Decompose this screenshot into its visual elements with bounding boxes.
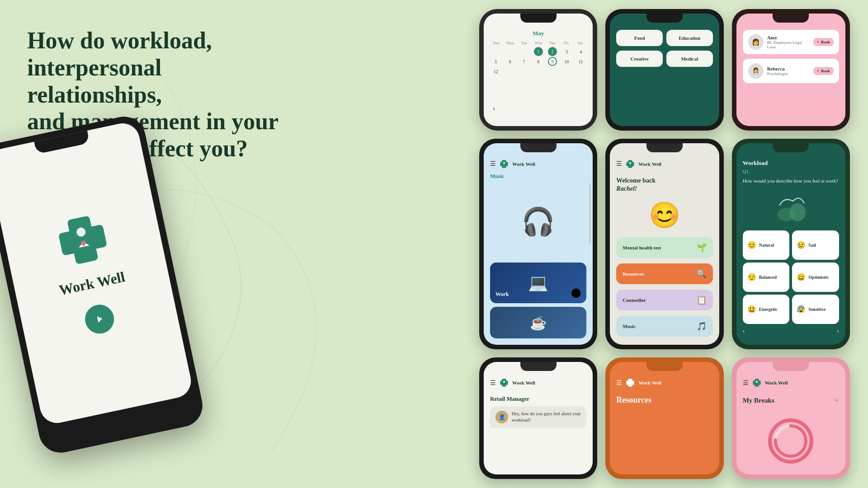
counsellor-avatar-amy: 👩 xyxy=(748,34,764,50)
counsellor-feature-label: Counsellor xyxy=(623,297,646,303)
svg-point-13 xyxy=(503,381,505,383)
break-timer xyxy=(768,418,813,464)
heart-icon: ♥ xyxy=(817,40,819,44)
welcome-app-name: Work Well xyxy=(638,161,661,167)
prev-button[interactable]: ‹ xyxy=(493,104,495,113)
mood-grid: 😊 Natural 😢 Sad 😌 Balanced 😄 Optimistic … xyxy=(743,230,839,324)
phone-music: ☰ Work Well Music 🎧 💻 Work ⬤ ☕ xyxy=(479,139,597,349)
app-logo-icon-2 xyxy=(626,160,635,169)
mood-natural[interactable]: 😊 Natural xyxy=(743,230,790,260)
workwell-logo xyxy=(51,208,115,272)
svg-point-10 xyxy=(789,203,806,221)
music-card-feature[interactable]: Music 🎵 xyxy=(616,316,712,337)
natural-emoji: 😊 xyxy=(747,241,756,249)
resources-app-header: ☰ Work Well xyxy=(616,378,712,387)
work-card-title: Work xyxy=(495,291,509,298)
phone-resources: ☰ Work Well Resources xyxy=(605,357,723,479)
svg-point-8 xyxy=(629,162,631,164)
music-app-header: ☰ Work Well xyxy=(490,160,586,169)
next-arrow[interactable]: › xyxy=(837,328,839,335)
breaks-title: My Breaks xyxy=(743,397,774,404)
phone-categories: Food Education Creative Medical xyxy=(605,9,723,131)
phone-chat: ☰ Work Well Retail Manager 👤 Hey, how do… xyxy=(479,357,597,479)
mood-energetic[interactable]: 😃 Energetic xyxy=(743,295,790,324)
hamburger-icon-2[interactable]: ☰ xyxy=(616,160,622,168)
breaks-app-header: ☰ Work Well xyxy=(743,378,839,387)
work-card[interactable]: 💻 Work ⬤ xyxy=(490,263,586,303)
phone-calendar: May SunMonTueWedThuFriSat 1 2 3 4 5 6 7 … xyxy=(479,9,597,131)
app-logo-icon xyxy=(500,160,509,169)
mood-sad[interactable]: 😢 Sad xyxy=(792,230,839,260)
hamburger-icon[interactable]: ☰ xyxy=(490,160,496,168)
app-logo-icon-5 xyxy=(752,378,761,387)
svg-rect-15 xyxy=(627,381,634,385)
app-logo-icon-3 xyxy=(500,378,509,387)
counsellor-card-feature[interactable]: Counsellor 📋 xyxy=(616,290,712,310)
calendar-grid: 1 2 3 4 5 6 7 8 9 10 11 12 xyxy=(489,47,587,76)
chat-app-header: ☰ Work Well xyxy=(490,378,586,387)
music-section-title: Music xyxy=(490,173,586,180)
optimistic-emoji: 😄 xyxy=(797,273,806,282)
large-phone-title: Work Well xyxy=(57,268,126,299)
large-phone: Work Well xyxy=(0,113,207,456)
calendar-month: May xyxy=(489,30,587,37)
workload-title: Workload xyxy=(743,160,839,167)
phone-counsellors: 👩 Amy BC Employees Legal Laws ♥ Book 👩‍💼… xyxy=(732,9,850,131)
mood-optimistic[interactable]: 😄 Optimistic xyxy=(792,263,839,292)
mood-emoji-large: 😊 xyxy=(616,200,712,230)
category-education[interactable]: Education xyxy=(666,30,713,46)
mental-health-card[interactable]: Mental health test 🌱 xyxy=(616,237,712,258)
resources-icon: 🔍 xyxy=(697,269,707,279)
play-icon[interactable]: ⬤ xyxy=(571,287,581,298)
counsellor-info-amy: Amy BC Employees Legal Laws xyxy=(767,35,810,49)
resources-card[interactable]: Resources 🔍 xyxy=(616,263,712,284)
svg-point-18 xyxy=(756,381,758,383)
energetic-emoji: 😃 xyxy=(747,305,756,314)
music-feature-label: Music xyxy=(623,324,636,329)
music-icon: 🎵 xyxy=(697,321,707,331)
phones-grid: May SunMonTueWedThuFriSat 1 2 3 4 5 6 7 … xyxy=(479,0,850,488)
balanced-emoji: 😌 xyxy=(747,273,756,282)
sensitive-emoji: 😰 xyxy=(797,305,806,314)
sad-emoji: 😢 xyxy=(797,241,806,249)
chat-title: Retail Manager xyxy=(490,395,586,403)
quiz-nav-arrows: ‹ › xyxy=(743,324,839,338)
heart-icon-2: ♥ xyxy=(817,69,819,73)
chat-bubble: 👤 Hey, how do you guys feel about your w… xyxy=(490,406,586,428)
category-medical[interactable]: Medical xyxy=(666,51,713,67)
hamburger-icon-4[interactable]: ☰ xyxy=(616,379,622,387)
counsellor-card-rebecca[interactable]: 👩‍💼 Rebecca Psychologist ♥ Book xyxy=(743,59,839,83)
welcome-text: Welcome back Rachel! xyxy=(616,177,712,193)
resources-page-title: Resources xyxy=(616,395,712,405)
start-button[interactable] xyxy=(82,302,117,336)
counsellor-icon: 📋 xyxy=(697,295,707,305)
counsellor-card-amy[interactable]: 👩 Amy BC Employees Legal Laws ♥ Book xyxy=(743,30,839,54)
chat-app-name: Work Well xyxy=(512,380,535,385)
breaks-header: My Breaks + xyxy=(743,395,839,406)
breaks-app-name: Work Well xyxy=(765,380,788,385)
phone-welcome: ☰ Work Well Welcome back Rachel! 😊 Menta… xyxy=(605,139,723,349)
q-text: How would you describe how you feel at w… xyxy=(743,178,839,184)
music-app-name: Work Well xyxy=(512,161,535,167)
music-illustration: 🎧 xyxy=(490,184,586,259)
mood-balanced[interactable]: 😌 Balanced xyxy=(743,263,790,292)
hamburger-icon-3[interactable]: ☰ xyxy=(490,379,496,387)
category-food[interactable]: Food xyxy=(616,30,663,46)
counsellor-info-rebecca: Rebecca Psychologist xyxy=(767,66,810,76)
category-creative[interactable]: Creative xyxy=(616,51,663,67)
second-music-card[interactable]: ☕ xyxy=(490,307,586,338)
mental-health-label: Mental health test xyxy=(623,245,661,250)
calendar-days-header: SunMonTueWedThuFriSat xyxy=(489,41,587,45)
book-button-rebecca[interactable]: ♥ Book xyxy=(813,67,834,75)
counsellor-avatar-rebecca: 👩‍💼 xyxy=(748,63,764,79)
book-button-amy[interactable]: ♥ Book xyxy=(813,38,834,46)
mental-health-icon: 🌱 xyxy=(697,243,707,253)
mood-sensitive[interactable]: 😰 Sensitive xyxy=(792,295,839,324)
welcome-app-header: ☰ Work Well xyxy=(616,160,712,169)
breaks-plus-button[interactable]: + xyxy=(834,395,839,406)
q-label: Q1. xyxy=(743,169,839,174)
app-logo-icon-4 xyxy=(626,378,635,387)
phone-workload: Workload Q1. How would you describe how … xyxy=(732,139,850,349)
prev-arrow[interactable]: ‹ xyxy=(743,328,745,335)
hamburger-icon-5[interactable]: ☰ xyxy=(743,379,749,387)
